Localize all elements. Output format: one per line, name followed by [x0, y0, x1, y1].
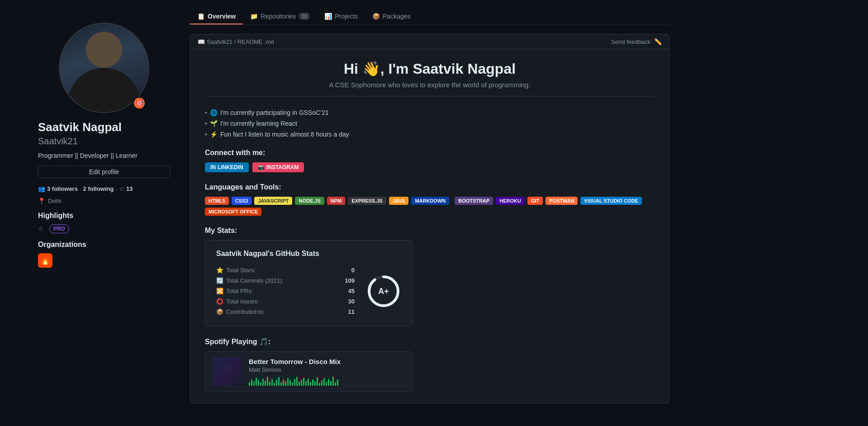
bullet3-icon: ⚡ — [210, 131, 218, 138]
instagram-icon: 📷 — [258, 164, 265, 170]
spotify-card: Better Tomorrow - Disco Mix Matt Simons — [205, 351, 413, 392]
readme-list-item-1: 🌐 I'm currently participating in GSSoC'2… — [205, 107, 655, 118]
pr-stat-icon: 🔀 — [216, 288, 223, 294]
linkedin-icon: in — [210, 164, 216, 170]
readme-list-item-2: 🌱 I'm currently learning React — [205, 118, 655, 129]
badge-heroku: HEROKU — [496, 197, 525, 205]
readme-path: Saatvik21 / README .md — [207, 38, 274, 45]
badge-expressjs: EXPRESS.JS — [348, 197, 386, 205]
stat-label-prs: 🔀 Total PRs: — [216, 288, 253, 294]
org-icon[interactable]: 🔥 — [38, 253, 52, 268]
edit-readme-icon[interactable]: ✏️ — [654, 38, 662, 45]
stat-label-stars: ⭐ Total Stars: — [216, 267, 256, 274]
instagram-badge[interactable]: 📷 INSTAGRAM — [252, 162, 304, 172]
edit-profile-button[interactable]: Edit profile — [38, 166, 170, 178]
tab-overview[interactable]: 📋 Overview — [190, 9, 243, 24]
tech-badges: HTML5 CSS3 JAVASCRIPT NODE.JS NPM EXPRES… — [205, 197, 655, 216]
pro-badge: PRO — [49, 224, 69, 233]
tab-projects[interactable]: 📊 Projects — [317, 9, 365, 24]
spotify-bars — [249, 377, 405, 386]
linkedin-badge[interactable]: in LINKEDIN — [205, 162, 249, 172]
badge-npm: NPM — [327, 197, 345, 205]
spotify-artist: Matt Simons — [249, 366, 405, 373]
stat-value-prs: 45 — [348, 288, 355, 294]
badge-vscode: VISUAL STUDIO CODE — [580, 197, 642, 205]
stats-list: ⭐ Total Stars: 0 🔄 Total Commits (2021): — [216, 265, 355, 317]
stat-label-issues: ⭕ Total Issues: — [216, 298, 259, 305]
repositories-badge: 36 — [299, 13, 310, 20]
user-bio: Programmer || Developer || Learner — [38, 152, 170, 159]
spotify-info: Better Tomorrow - Disco Mix Matt Simons — [249, 358, 405, 386]
stat-value-commits: 109 — [345, 277, 355, 284]
badge-nodejs: NODE.JS — [295, 197, 324, 205]
svg-rect-4 — [216, 377, 238, 384]
avatar-container: 🎯 — [59, 23, 149, 113]
bullet1-icon: 🌐 — [210, 109, 218, 116]
badge-java: JAVA — [389, 197, 409, 205]
location-text: Delhi — [48, 198, 62, 204]
user-display-name: Saatvik Nagpal — [38, 120, 170, 134]
readme-header: 📖 Saatvik21 / README .md Send feedback ✏… — [190, 34, 669, 49]
projects-tab-icon: 📊 — [324, 13, 332, 20]
main-content: 📋 Overview 📁 Repositories 36 📊 Projects … — [181, 9, 678, 417]
svg-rect-2 — [213, 357, 242, 386]
stat-label-commits: 🔄 Total Commits (2021): — [216, 277, 284, 284]
stat-value-stars: 0 — [351, 267, 355, 274]
stat-row-prs: 🔀 Total PRs: 45 — [216, 286, 355, 296]
highlights-title: Highlights — [38, 212, 170, 220]
stat-row-issues: ⭕ Total Issues: 30 — [216, 296, 355, 307]
instagram-label: INSTAGRAM — [266, 164, 299, 170]
stat-row-commits: 🔄 Total Commits (2021): 109 — [216, 275, 355, 286]
tab-packages[interactable]: 📦 Packages — [365, 9, 417, 24]
spotify-song: Better Tomorrow - Disco Mix — [249, 358, 405, 365]
following-link[interactable]: 2 following — [83, 185, 114, 192]
stat-label-contributed: 📦 Contributed to: — [216, 308, 265, 315]
stars-link[interactable]: 13 — [126, 185, 133, 192]
stats-card-title: Saatvik Nagpal's GitHub Stats — [216, 250, 402, 258]
organizations-title: Organizations — [38, 241, 170, 249]
badge-javascript: JAVASCRIPT — [254, 197, 292, 205]
repositories-tab-label: Repositories — [261, 13, 296, 20]
book-icon: 📖 — [198, 38, 205, 45]
star-icon: ☆ — [119, 185, 124, 192]
people-icon: 👥 — [38, 185, 45, 192]
repositories-tab-icon: 📁 — [250, 13, 258, 20]
spotify-section: Spotify Playing 🎵: Better Tomorrow - Dis… — [205, 337, 655, 392]
commits-stat-icon: 🔄 — [216, 277, 223, 284]
contributed-stat-icon: 📦 — [216, 308, 223, 315]
readme-breadcrumb: 📖 Saatvik21 / README .md — [198, 38, 274, 45]
readme-subtitle: A CSE Sophomore who loves to explore the… — [205, 81, 655, 96]
tab-repositories[interactable]: 📁 Repositories 36 — [243, 9, 317, 24]
stat-value-issues: 30 — [348, 298, 355, 305]
stat-value-contributed: 11 — [348, 308, 355, 315]
linkedin-label: LINKEDIN — [218, 164, 243, 170]
social-links: in LINKEDIN 📷 INSTAGRAM — [205, 162, 655, 172]
readme-body: Hi 👋, I'm Saatvik Nagpal A CSE Sophomore… — [190, 49, 669, 403]
badge-git: GIT — [527, 197, 543, 205]
languages-section-title: Languages and Tools: — [205, 183, 655, 191]
send-feedback-link[interactable]: Send feedback — [611, 38, 650, 45]
projects-tab-label: Projects — [335, 13, 358, 20]
user-handle: Saatvik21 — [38, 136, 170, 147]
star-stat-icon: ⭐ — [216, 267, 223, 274]
followers-link[interactable]: 3 followers — [47, 185, 78, 192]
badge-html5: HTML5 — [205, 197, 229, 205]
bullet2-text: I'm currently learning React — [220, 120, 297, 127]
highlight-star-icon: ☆ — [38, 225, 44, 232]
stats-section-title: My Stats: — [205, 227, 655, 235]
bullet2-icon: 🌱 — [210, 120, 218, 127]
readme-actions: Send feedback ✏️ — [611, 38, 662, 45]
organizations-section: Organizations 🔥 — [38, 241, 170, 268]
issues-stat-icon: ⭕ — [216, 298, 223, 305]
badge-css3: CSS3 — [232, 197, 252, 205]
readme-card: 📖 Saatvik21 / README .md Send feedback ✏… — [190, 34, 669, 403]
bullet3-text: Fun fact I listen to music almost 8 hour… — [220, 131, 349, 138]
grade-text: A+ — [378, 286, 389, 296]
overview-tab-label: Overview — [208, 13, 236, 20]
badge-postman: POSTMAN — [545, 197, 578, 205]
stats-inner: ⭐ Total Stars: 0 🔄 Total Commits (2021): — [216, 265, 402, 317]
sidebar: 🎯 Saatvik Nagpal Saatvik21 Programmer ||… — [27, 14, 181, 417]
overview-tab-icon: 📋 — [197, 13, 205, 20]
followers-row: 👥 3 followers · 2 following · ☆ 13 — [38, 185, 170, 192]
achievement-badge: 🎯 — [133, 97, 146, 109]
